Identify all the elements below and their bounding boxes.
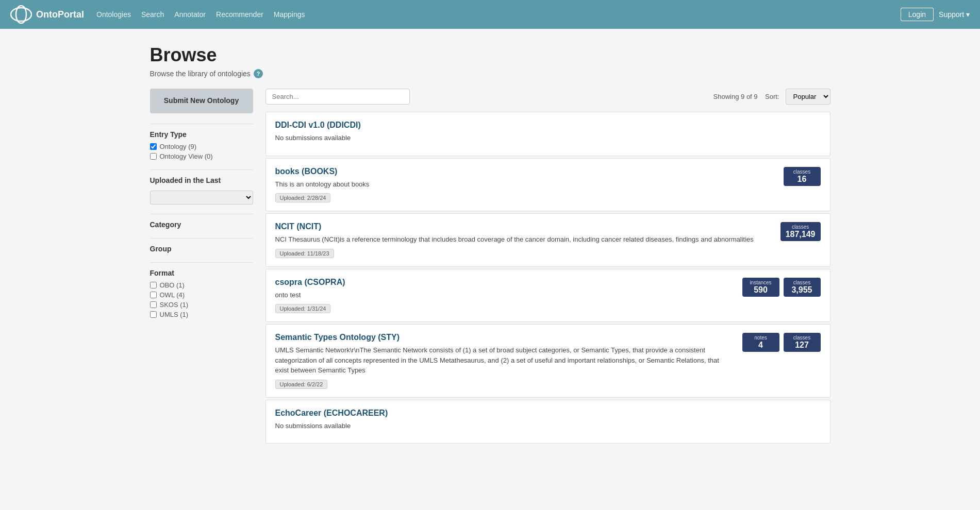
format-skos-checkbox[interactable] — [150, 301, 157, 308]
ontology-info: csopra (CSOPRA) onto test Uploaded: 1/31… — [275, 278, 734, 314]
format-filter: Format OBO (1) OWL (4) SKOS (1) UMLS (1) — [150, 262, 253, 318]
ontology-name-link[interactable]: csopra (CSOPRA) — [275, 278, 345, 286]
sort-select[interactable]: Popular Name Date — [786, 89, 830, 105]
stat-badge: notes 4 — [742, 333, 779, 352]
group-filter: Group — [150, 238, 253, 253]
stat-label: classes — [789, 169, 816, 175]
ontology-card-header: Semantic Types Ontology (STY) UMLS Seman… — [275, 333, 821, 389]
nav-search[interactable]: Search — [141, 10, 164, 19]
content-area: Showing 9 of 9 Sort: Popular Name Date D… — [265, 89, 830, 446]
ontology-card: NCIT (NCIT) NCI Thesaurus (NCIt)is a ref… — [265, 213, 830, 267]
login-button[interactable]: Login — [901, 8, 934, 21]
brand-link[interactable]: OntoPortal — [10, 5, 84, 24]
ontology-description: No submissions available — [275, 421, 821, 431]
search-sort-bar: Showing 9 of 9 Sort: Popular Name Date — [265, 89, 830, 105]
page-content: Browse Browse the library of ontologies … — [129, 29, 851, 461]
ontology-name-link[interactable]: books (BOOKS) — [275, 167, 338, 176]
stat-label: instances — [748, 280, 774, 285]
format-owl: OWL (4) — [150, 291, 253, 299]
brand-logo-icon — [10, 5, 32, 24]
entry-type-ontology: Ontology (9) — [150, 143, 253, 150]
ontology-name-link[interactable]: NCIT (NCIT) — [275, 222, 322, 231]
stat-badge: instances 590 — [742, 278, 779, 297]
ontology-description: This is an ontology about books — [275, 179, 775, 190]
ontology-meta: Uploaded: 1/31/24 — [275, 304, 734, 313]
entry-type-ontology-view: Ontology View (0) — [150, 152, 253, 160]
ontology-card-header: csopra (CSOPRA) onto test Uploaded: 1/31… — [275, 278, 821, 314]
stats-container: instances 590 classes 3,955 — [742, 278, 821, 297]
uploaded-filter: Uploaded in the Last 1 Week 1 Month 1 Ye… — [150, 169, 253, 205]
ontology-meta: Uploaded: 2/28/24 — [275, 193, 775, 202]
ontology-card: EchoCareer (ECHOCAREER) No submissions a… — [265, 400, 830, 444]
stat-badge: classes 127 — [784, 333, 821, 352]
ontology-list: DDI-CDI v1.0 (DDICDI) No submissions ava… — [265, 112, 830, 446]
ontology-card-header: NCIT (NCIT) NCI Thesaurus (NCIt)is a ref… — [275, 222, 821, 258]
ontology-card: csopra (CSOPRA) onto test Uploaded: 1/31… — [265, 269, 830, 322]
stats-container: classes 16 — [784, 167, 821, 186]
ontology-meta: Uploaded: 11/18/23 — [275, 249, 772, 258]
format-umls-checkbox[interactable] — [150, 311, 157, 318]
ontology-description: No submissions available — [275, 133, 821, 143]
format-obo: OBO (1) — [150, 281, 253, 289]
stat-value: 4 — [748, 341, 774, 350]
submit-ontology-button[interactable]: Submit New Ontology — [150, 89, 253, 113]
nav-recommender[interactable]: Recommender — [216, 10, 263, 19]
ontology-card: Semantic Types Ontology (STY) UMLS Seman… — [265, 324, 830, 398]
stat-label: classes — [786, 224, 816, 230]
ontology-name-link[interactable]: EchoCareer (ECHOCAREER) — [275, 409, 388, 417]
showing-text: Showing 9 of 9 Sort: — [416, 93, 779, 100]
format-skos: SKOS (1) — [150, 301, 253, 309]
svg-point-0 — [11, 8, 31, 21]
entry-type-ontology-view-checkbox[interactable] — [150, 153, 157, 160]
ontology-card: DDI-CDI v1.0 (DDICDI) No submissions ava… — [265, 112, 830, 156]
group-label: Group — [150, 245, 253, 253]
page-title: Browse — [150, 44, 830, 66]
stats-container: notes 4 classes 127 — [742, 333, 821, 352]
stat-value: 16 — [789, 175, 816, 184]
nav-right: Login Support ▾ — [901, 8, 970, 21]
main-layout: Submit New Ontology Entry Type Ontology … — [150, 89, 830, 446]
stat-value: 127 — [789, 341, 816, 350]
nav-ontologies[interactable]: Ontologies — [96, 10, 131, 19]
support-menu[interactable]: Support ▾ — [939, 10, 970, 19]
stat-label: notes — [748, 335, 774, 341]
nav-mappings[interactable]: Mappings — [274, 10, 305, 19]
category-label: Category — [150, 220, 253, 229]
ontology-info: EchoCareer (ECHOCAREER) No submissions a… — [275, 409, 821, 435]
ontology-info: DDI-CDI v1.0 (DDICDI) No submissions ava… — [275, 121, 821, 147]
ontology-description: onto test — [275, 290, 734, 300]
nav-annotator[interactable]: Annotator — [174, 10, 206, 19]
stat-badge: classes 187,149 — [780, 222, 821, 241]
uploaded-badge: Uploaded: 1/31/24 — [275, 304, 331, 313]
sidebar: Submit New Ontology Entry Type Ontology … — [150, 89, 253, 328]
ontology-name-link[interactable]: Semantic Types Ontology (STY) — [275, 333, 400, 342]
format-owl-checkbox[interactable] — [150, 292, 157, 298]
uploaded-label: Uploaded in the Last — [150, 176, 253, 184]
entry-type-ontology-checkbox[interactable] — [150, 143, 157, 150]
stat-label: classes — [789, 280, 816, 285]
format-obo-checkbox[interactable] — [150, 282, 157, 288]
page-subtitle: Browse the library of ontologies ? — [150, 69, 830, 78]
stat-badge: classes 16 — [784, 167, 821, 186]
entry-type-label: Entry Type — [150, 130, 253, 139]
uploaded-badge: Uploaded: 2/28/24 — [275, 193, 331, 202]
stats-container: classes 187,149 — [780, 222, 821, 241]
stat-value: 590 — [748, 285, 774, 295]
ontology-description: NCI Thesaurus (NCIt)is a reference termi… — [275, 234, 772, 245]
ontology-info: NCIT (NCIT) NCI Thesaurus (NCIt)is a ref… — [275, 222, 772, 258]
nav-links: Ontologies Search Annotator Recommender … — [96, 10, 888, 19]
ontology-description: UMLS Semantic Network\r\nThe Semantic Ne… — [275, 345, 734, 376]
stat-label: classes — [789, 335, 816, 341]
format-label: Format — [150, 269, 253, 277]
ontology-info: books (BOOKS) This is an ontology about … — [275, 167, 775, 203]
stat-value: 3,955 — [789, 285, 816, 295]
search-input[interactable] — [265, 89, 410, 105]
ontology-name-link[interactable]: DDI-CDI v1.0 (DDICDI) — [275, 121, 361, 129]
ontology-info: Semantic Types Ontology (STY) UMLS Seman… — [275, 333, 734, 389]
uploaded-select[interactable]: 1 Week 1 Month 1 Year — [150, 191, 253, 205]
uploaded-badge: Uploaded: 6/2/22 — [275, 380, 328, 389]
entry-type-filter: Entry Type Ontology (9) Ontology View (0… — [150, 124, 253, 160]
navbar: OntoPortal Ontologies Search Annotator R… — [0, 0, 980, 29]
brand-name: OntoPortal — [36, 9, 84, 20]
help-icon[interactable]: ? — [254, 69, 263, 78]
